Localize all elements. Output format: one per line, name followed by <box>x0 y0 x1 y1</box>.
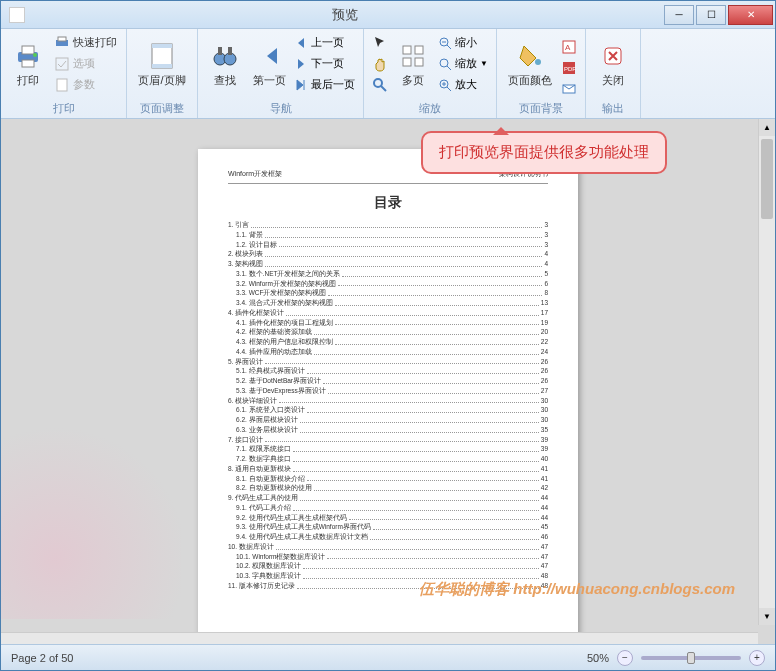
svg-rect-6 <box>56 58 68 70</box>
toc-entry: 5.1. 经典模式界面设计26 <box>228 366 548 376</box>
zoom-icon <box>438 57 452 71</box>
header-footer-button[interactable]: 页眉/页脚 <box>132 32 192 96</box>
svg-text:PDF: PDF <box>564 66 576 72</box>
print-preview-window: 预览 ─ ☐ ✕ 打印 快速打印 <box>0 0 776 671</box>
zoom-in-stepper[interactable]: + <box>749 650 765 666</box>
svg-line-23 <box>447 45 451 49</box>
toc-entry: 1.2. 设计目标3 <box>228 240 548 250</box>
zoom-out-button[interactable]: 缩小 <box>435 32 491 53</box>
content-area: Winform开发框架 架构设计说明书 目录 1. 引言31.1. 背景31.2… <box>1 119 775 644</box>
first-page-icon <box>253 40 285 72</box>
next-page-button[interactable]: 下一页 <box>291 53 358 74</box>
svg-line-25 <box>447 66 451 70</box>
export-button[interactable]: PDF <box>558 57 580 78</box>
toc-entry: 11. 版本修订历史记录48 <box>228 581 548 591</box>
svg-rect-17 <box>403 46 411 54</box>
pdf-icon: PDF <box>561 60 577 76</box>
svg-point-3 <box>33 53 37 57</box>
watermark-icon: A <box>561 39 577 55</box>
magnifier-tool[interactable] <box>369 74 391 95</box>
watermark-button[interactable]: A <box>558 36 580 57</box>
svg-point-24 <box>440 59 448 67</box>
toc-entry: 4.3. 框架的用户信息和权限控制22 <box>228 337 548 347</box>
zoom-out-icon <box>438 36 452 50</box>
email-button[interactable] <box>558 78 580 99</box>
toc-title: 目录 <box>228 194 548 212</box>
zoom-percent: 50% <box>587 652 609 664</box>
scroll-up-icon[interactable]: ▲ <box>759 119 775 136</box>
toc-entry: 8.1. 自动更新模块介绍41 <box>228 474 548 484</box>
toc-entry: 6. 模块详细设计30 <box>228 396 548 406</box>
toc-entry: 7.2. 数据字典接口40 <box>228 454 548 464</box>
svg-point-15 <box>374 79 382 87</box>
toc-entry: 10. 数据库设计47 <box>228 542 548 552</box>
toc-entry: 5.2. 基于DotNetBar界面设计26 <box>228 376 548 386</box>
multi-page-button[interactable]: 多页 <box>391 32 435 96</box>
zoom-slider-thumb[interactable] <box>687 652 695 664</box>
ribbon: 打印 快速打印 选项 参数 打印 <box>1 29 775 119</box>
zoom-out-stepper[interactable]: − <box>617 650 633 666</box>
svg-point-30 <box>535 59 541 65</box>
minimize-button[interactable]: ─ <box>664 5 694 25</box>
ribbon-group-bg: 页面颜色 A PDF 页面背景 <box>497 29 586 118</box>
arrow-left-icon <box>294 36 308 50</box>
svg-rect-10 <box>152 64 172 68</box>
options-button[interactable]: 选项 <box>50 53 121 74</box>
hand-icon <box>372 56 388 72</box>
zoom-dropdown[interactable]: 缩放 ▼ <box>435 53 491 74</box>
toc-entry: 7. 接口设计39 <box>228 435 548 445</box>
print-button[interactable]: 打印 <box>6 32 50 96</box>
app-icon <box>9 7 25 23</box>
toc-entry: 3.1. 数个.NET开发框架之间的关系5 <box>228 269 548 279</box>
window-title: 预览 <box>25 6 664 24</box>
toc-entry: 1. 引言3 <box>228 220 548 230</box>
toc-entry: 3. 架构视图4 <box>228 259 548 269</box>
toc-entry: 4. 插件化框架设计17 <box>228 308 548 318</box>
toc-entry: 2. 模块列表4 <box>228 249 548 259</box>
pointer-icon <box>372 35 388 51</box>
toc-entry: 9.3. 使用代码生成工具生成Winform界面代码45 <box>228 522 548 532</box>
last-page-button[interactable]: 最后一页 <box>291 74 358 95</box>
scroll-thumb[interactable] <box>761 139 773 219</box>
printer-icon <box>12 40 44 72</box>
toc-entry: 5. 界面设计26 <box>228 357 548 367</box>
window-close-button[interactable]: ✕ <box>728 5 773 25</box>
bucket-icon <box>514 40 546 72</box>
page-color-button[interactable]: 页面颜色 <box>502 32 558 96</box>
maximize-button[interactable]: ☐ <box>696 5 726 25</box>
toc-entry: 9. 代码生成工具的使用44 <box>228 493 548 503</box>
chevron-down-icon: ▼ <box>480 59 488 68</box>
zoom-slider[interactable] <box>641 656 741 660</box>
params-button[interactable]: 参数 <box>50 74 121 95</box>
close-preview-button[interactable]: 关闭 <box>591 32 635 96</box>
svg-rect-2 <box>22 60 34 67</box>
last-page-icon <box>294 78 308 92</box>
quick-print-button[interactable]: 快速打印 <box>50 32 121 53</box>
binoculars-icon <box>209 40 241 72</box>
toc-entry: 8. 通用自动更新模块41 <box>228 464 548 474</box>
document-viewport[interactable]: Winform开发框架 架构设计说明书 目录 1. 引言31.1. 背景31.2… <box>1 119 775 644</box>
horizontal-scrollbar[interactable] <box>1 632 758 644</box>
toc-entry: 1.1. 背景3 <box>228 230 548 240</box>
find-button[interactable]: 查找 <box>203 32 247 96</box>
ribbon-group-zoom: 多页 缩小 缩放 ▼ 放大 <box>364 29 497 118</box>
titlebar: 预览 ─ ☐ ✕ <box>1 1 775 29</box>
toc-entry: 9.4. 使用代码生成工具生成数据库设计文档46 <box>228 532 548 542</box>
prev-page-button[interactable]: 上一页 <box>291 32 358 53</box>
svg-rect-13 <box>218 47 222 55</box>
close-icon <box>597 40 629 72</box>
toc-entry: 4.2. 框架的基础资源加载20 <box>228 327 548 337</box>
page-header-left: Winform开发框架 <box>228 169 282 179</box>
svg-rect-9 <box>152 44 172 48</box>
svg-rect-20 <box>415 58 423 66</box>
hand-tool[interactable] <box>369 53 391 74</box>
svg-line-16 <box>381 86 386 91</box>
toc-entry: 4.4. 插件应用的动态加载24 <box>228 347 548 357</box>
scroll-down-icon[interactable]: ▼ <box>759 608 775 625</box>
first-page-button[interactable]: 第一页 <box>247 32 291 96</box>
toc-entry: 10.2. 权限数据库设计47 <box>228 561 548 571</box>
toc-entry: 3.4. 混合式开发框架的架构视图13 <box>228 298 548 308</box>
vertical-scrollbar[interactable]: ▲ ▼ <box>758 119 775 625</box>
pointer-tool[interactable] <box>369 32 391 53</box>
zoom-in-button[interactable]: 放大 <box>435 74 491 95</box>
